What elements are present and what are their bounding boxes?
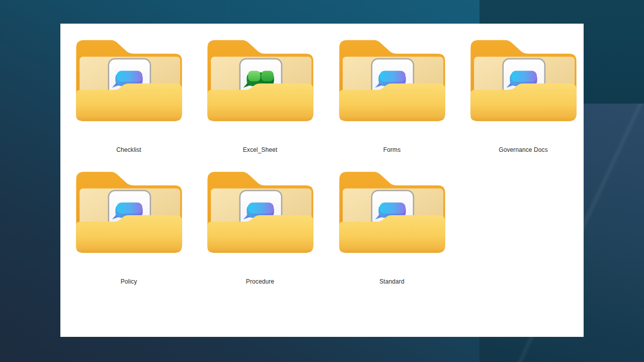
folder-label: Checklist [63, 146, 194, 154]
folder-item[interactable]: Policy [63, 168, 194, 286]
folder-icon [469, 38, 578, 124]
folder-item[interactable]: Governance Docs [458, 36, 589, 154]
folder-label: Forms [327, 146, 457, 154]
folder-icon [206, 170, 315, 255]
folder-icon [338, 170, 447, 255]
folder-label: Policy [63, 278, 194, 286]
folder-label: Excel_Sheet [195, 146, 326, 154]
folder-item[interactable]: Procedure [195, 168, 326, 286]
folder-icon [74, 170, 184, 255]
folder-item[interactable]: Forms [327, 36, 457, 154]
slide-background: { "view": { "description": "White conten… [0, 0, 644, 362]
folder-label: Governance Docs [458, 146, 589, 154]
folder-item[interactable]: Checklist [63, 36, 194, 154]
folder-label: Procedure [195, 278, 326, 286]
folder-icon [206, 38, 315, 124]
folder-label: Standard [327, 278, 457, 286]
folder-icon [74, 38, 184, 124]
folder-item[interactable]: Excel_Sheet [195, 36, 326, 154]
folder-icon [338, 38, 447, 124]
folder-grid-panel: Checklist [60, 24, 584, 337]
folder-item[interactable]: Standard [327, 168, 457, 286]
